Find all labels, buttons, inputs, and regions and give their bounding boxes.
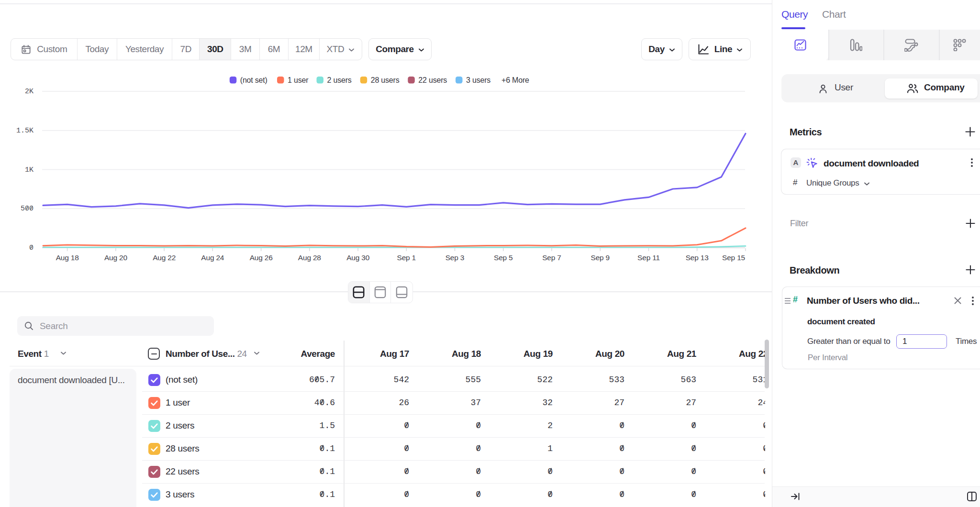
svg-text:Aug 24: Aug 24	[201, 254, 224, 262]
svg-text:Aug 18: Aug 18	[56, 254, 79, 262]
svg-text:Sep 5: Sep 5	[494, 254, 513, 262]
svg-text:Sep 11: Sep 11	[637, 254, 660, 262]
svg-text:1 user: 1 user	[288, 76, 309, 84]
svg-text:3 users: 3 users	[466, 76, 490, 84]
svg-text:Sep 7: Sep 7	[542, 254, 561, 262]
svg-text:Aug 22: Aug 22	[153, 254, 176, 262]
svg-text:28 users: 28 users	[371, 76, 400, 84]
svg-text:Sep 13: Sep 13	[686, 254, 709, 262]
svg-text:Sep 9: Sep 9	[591, 254, 610, 262]
svg-text:Aug 20: Aug 20	[104, 254, 128, 262]
svg-text:22 users: 22 users	[418, 76, 447, 84]
svg-text:2 users: 2 users	[327, 76, 352, 84]
svg-text:+6 More: +6 More	[501, 76, 529, 84]
svg-text:Aug 28: Aug 28	[298, 254, 321, 262]
svg-text:Sep 3: Sep 3	[445, 254, 465, 262]
svg-text:Aug 26: Aug 26	[250, 254, 273, 262]
svg-text:Sep 15: Sep 15	[722, 254, 745, 262]
svg-text:(not set): (not set)	[240, 76, 267, 84]
svg-text:Aug 30: Aug 30	[346, 254, 370, 262]
svg-text:Sep 1: Sep 1	[397, 254, 416, 262]
